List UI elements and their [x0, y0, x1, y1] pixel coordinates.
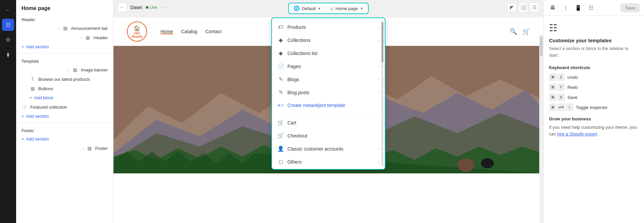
right-panel-content: ☷ Customize your templates Select a sect… [544, 16, 644, 149]
blog-posts-label: Blog posts [287, 90, 309, 95]
create-meta-icon: +○ [277, 102, 284, 108]
plus-icon-footer: + [21, 136, 24, 142]
person-icon: 👤 [277, 146, 284, 152]
collections-list-icon: ◆ [277, 50, 284, 56]
image-banner-icon: ▦ [72, 67, 78, 72]
expand-icon[interactable]: ◤ [507, 3, 516, 12]
footer-label: Footer [95, 146, 108, 151]
key-shift: shift [557, 104, 565, 111]
dropdown-item-others[interactable]: ◻ Others › [272, 155, 385, 168]
dropdown-item-checkout[interactable]: 🛒 Checkout [272, 129, 385, 142]
add-section-1-label: Add section [26, 44, 49, 49]
classic-accounts-arrow: › [378, 147, 379, 151]
announcement-bar-label: Announcement bar [71, 26, 108, 31]
shortcut-undo: ⌘ Z Undo [549, 73, 639, 81]
blogs-label: Blogs [287, 77, 299, 82]
desktop-icon[interactable]: 🖶 [548, 3, 558, 13]
globe-icon: 🌐 [293, 5, 300, 11]
footer-icon: ▦ [86, 146, 92, 151]
apps-icon[interactable]: ⧫ [2, 48, 14, 60]
dropdown-item-collections-list[interactable]: ◆ Collections list [272, 47, 385, 60]
plus-icon-block: + [30, 95, 32, 100]
browse-products-label: Browse our latest products [38, 77, 90, 82]
save-button[interactable]: Save [620, 3, 640, 12]
dropdown-item-collections[interactable]: ◆ Collections › [272, 34, 385, 47]
sidebar-item-header[interactable]: › ▦ Header [16, 33, 113, 42]
theme-name: Dawn [130, 5, 142, 10]
grow-desc-end: . [598, 131, 600, 136]
others-arrow: › [378, 160, 379, 164]
products-label: Products [287, 24, 306, 30]
buttons-label: Buttons [38, 86, 53, 91]
default-caret: ▼ [318, 7, 321, 10]
blogs-icon: ✎ [277, 76, 284, 82]
sections-icon[interactable]: ☷ [2, 19, 14, 31]
add-section-footer-button[interactable]: + Add section [16, 134, 113, 144]
default-pill[interactable]: 🌐 Default ▼ [288, 3, 326, 14]
theme-icon[interactable]: ☷ [586, 3, 596, 13]
main-area: ← Dawn Live ⋯ 🌐 Default ▼ ⌂ Home page ▼ … [113, 0, 543, 223]
split-icon[interactable]: ☷ [530, 3, 539, 12]
pages-arrow: › [378, 64, 379, 69]
hire-expert-link[interactable]: hire a Shopify expert [557, 131, 597, 136]
add-section-2-button[interactable]: + Add section [16, 112, 113, 121]
sidebar-item-image-banner[interactable]: ⌄ ▦ Image banner [16, 65, 113, 74]
dropdown-item-products[interactable]: 🏷 Products › [272, 21, 385, 34]
dropdown-item-pages[interactable]: 📄 Pages › [272, 60, 385, 73]
homepage-pill[interactable]: ⌂ Home page ▼ [326, 3, 369, 14]
dropdown-menu: 🏷 Products › ◆ Collections › ◆ Collectio… [272, 18, 385, 169]
checkout-icon: 🛒 [277, 132, 284, 139]
collections-icon: ◆ [277, 37, 284, 43]
dropdown-item-cart[interactable]: 🛒 Cart [272, 116, 385, 129]
nav-contact[interactable]: Contact [205, 29, 222, 34]
dropdown-item-blog-posts[interactable]: ✎ Blog posts › [272, 86, 385, 99]
shortcut-redo: ⌘ Y Redo [549, 83, 639, 91]
nav-home[interactable]: Home [160, 29, 173, 34]
add-block-button[interactable]: + Add block [16, 93, 113, 102]
dropdown-item-create-metaobject[interactable]: +○ Create metaobject template [272, 99, 385, 112]
featured-collection-label: Featured collection [30, 105, 67, 110]
live-label: Live [150, 5, 157, 10]
sidebar-item-browse-products[interactable]: T Browse our latest products [16, 74, 113, 84]
chevron-icon: › [58, 26, 59, 30]
more-options-icon[interactable]: ⋯ [160, 4, 167, 11]
dropdown-item-blogs[interactable]: ✎ Blogs › [272, 73, 385, 86]
cart-icon[interactable]: 🛒 [522, 28, 530, 35]
dropdown-item-classic-accounts[interactable]: 👤 Classic customer accounts › [272, 142, 385, 155]
tablet-icon[interactable]: 〈 [560, 3, 570, 13]
settings-icon[interactable]: ⚙ [2, 34, 14, 46]
search-icon[interactable]: 🔍 [510, 28, 517, 35]
image-banner-label: Image banner [81, 67, 108, 72]
key-grid-4: ⌘ [549, 104, 556, 111]
key-s: S [557, 94, 565, 101]
sidebar-item-announcement-bar[interactable]: › ▦ Announcement bar [16, 23, 113, 33]
shortcut-toggle-inspector: ⌘ shift I Toggle inspector [549, 104, 639, 111]
fullscreen-icon[interactable]: ⬜ [518, 3, 528, 12]
checkout-label: Checkout [287, 133, 307, 138]
sidebar-item-featured-collection[interactable]: ☉ Featured collection [16, 102, 113, 112]
footer-chevron-icon: › [83, 146, 84, 150]
homepage-caret: ▼ [360, 7, 363, 10]
save-label: Save [567, 95, 578, 100]
announcement-bar-icon: ▦ [62, 25, 68, 31]
classic-accounts-label: Classic customer accounts [287, 146, 343, 152]
right-panel-topbar: 🖶 〈 📱 ☷ Save [544, 0, 644, 16]
svg-point-6 [457, 158, 474, 172]
sidebar-item-footer[interactable]: › ▦ Footer [16, 144, 113, 153]
shortcut-save: ⌘ S Save [549, 94, 639, 101]
chevron-down-icon: ⌄ [66, 68, 70, 72]
add-section-1-button[interactable]: + Add section [16, 42, 113, 51]
sidebar-item-buttons[interactable]: ▦ Buttons [16, 84, 113, 93]
header-section-label: Header [16, 14, 113, 23]
dropdown-divider-1 [272, 114, 385, 114]
footer-section-label: Footer [16, 125, 113, 134]
canvas-back-button[interactable]: ← [118, 3, 127, 12]
back-button[interactable]: ← [2, 4, 14, 16]
key-i: I [566, 104, 573, 111]
mobile-icon[interactable]: 📱 [573, 3, 583, 13]
nav-catalog[interactable]: Catalog [181, 29, 197, 34]
blog-posts-icon: ✎ [277, 89, 284, 96]
preview-scrollbar[interactable] [539, 35, 543, 223]
dropdown-scrollbar[interactable] [381, 21, 383, 166]
redo-label: Redo [567, 85, 578, 90]
